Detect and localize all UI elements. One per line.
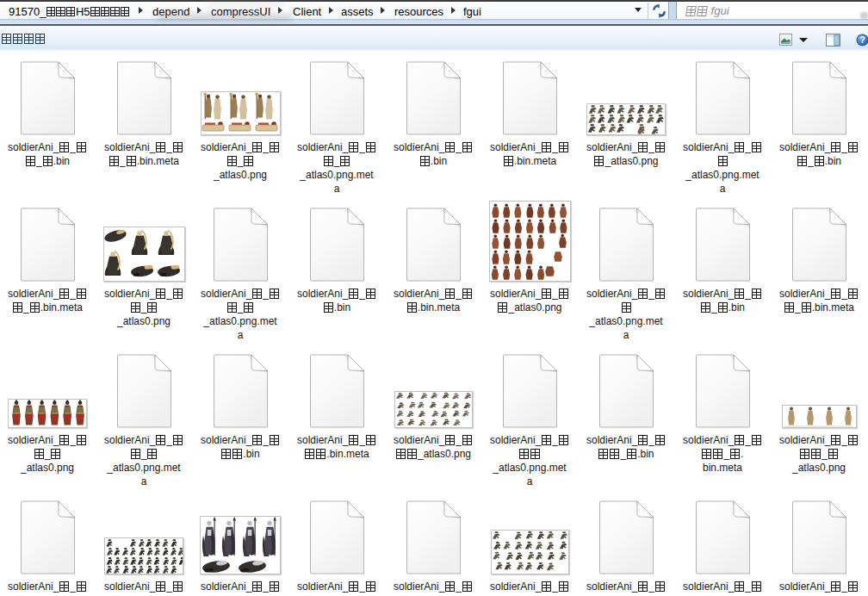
svg-text:?: ? <box>859 34 865 45</box>
